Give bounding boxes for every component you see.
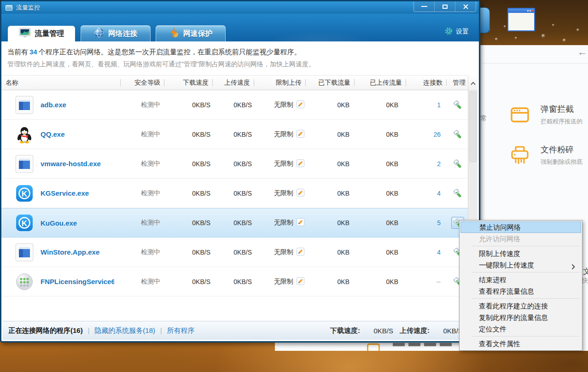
program-count: 34 [28,48,39,56]
close-button[interactable] [455,1,476,12]
menu-item[interactable]: 禁止访问网络 [460,221,581,233]
submenu-arrow-icon [571,262,575,273]
menu-item[interactable]: 限制上传速度 [460,248,581,259]
manage-wrench-icon[interactable] [452,129,464,140]
program-name[interactable]: FNPLicensingService64.... [41,278,114,285]
clipped-text: 文 [583,266,588,277]
program-icon: K [15,214,34,232]
header-upload-speed: 上传速度 [212,76,254,90]
menu-item[interactable]: 结束进程 [460,274,581,285]
scrollbar-thumb[interactable] [469,92,477,162]
notice-line2: 管理软件的上网速度，看网页、看视频、玩网络游戏前可通过"管理"限制占网速的访问网… [7,58,479,71]
table-row[interactable]: adb.exe 检测中 0KB/S 0KB/S 无限制 0KB 0KB 1 [1,90,469,120]
settings-button[interactable]: 设置 [444,27,469,37]
upload-limit: 无限制 [274,130,293,139]
upload-limit: 无限制 [274,278,293,286]
edit-limit-icon[interactable] [297,248,304,257]
svg-text:K: K [22,189,28,198]
uploaded-total: 0KB [354,160,406,168]
edit-limit-icon[interactable] [297,159,304,169]
tab-label: 网络连接 [108,29,138,39]
program-name[interactable]: vmware-hostd.exe [41,160,101,168]
download-speed: 0KB/S [164,249,212,256]
connection-count[interactable]: 1 [406,101,446,109]
program-name[interactable]: WinStore.App.exe [41,248,99,256]
panel-divider [482,63,588,64]
download-speed: 0KB/S [164,190,212,197]
edit-limit-icon[interactable] [297,277,304,286]
menu-item[interactable]: 定位文件 [460,323,581,335]
table-row[interactable]: WinStore.App.exe 检测中 0KB/S 0KB/S 无限制 0KB… [1,238,469,267]
scroll-up-button[interactable] [468,76,477,91]
uploaded-total: 0KB [354,131,406,138]
menu-item[interactable]: 查看文件属性 [460,338,581,349]
back-arrow-icon[interactable]: ← [577,46,588,58]
program-name[interactable]: KGService.exe [41,189,89,197]
edit-limit-icon[interactable] [297,218,304,227]
minimize-button[interactable] [414,1,434,12]
tab-speed-protection[interactable]: 网速保护 [156,25,226,41]
edit-limit-icon[interactable] [297,189,304,198]
connection-count[interactable]: -- [406,278,446,285]
feature-popup-blocker[interactable]: 弹窗拦截 拦截程序推送的 [509,104,582,126]
program-name[interactable]: adb.exe [41,101,66,109]
edit-limit-icon[interactable] [297,100,304,110]
downloaded-total: 0KB [305,131,354,138]
tab-bar: 流量管理 网络连接 网速保护 [1,14,479,41]
program-icon [15,155,34,173]
downloaded-total: 0KB [305,249,354,256]
table-row[interactable]: vmware-hostd.exe 检测中 0KB/S 0KB/S 无限制 0KB… [1,149,469,179]
feature-desc: 拦截程序推送的 [541,117,582,126]
security-level: 检测中 [120,248,164,256]
footer-tab-connecting[interactable]: 正在连接网络的程序(16) [8,326,83,335]
tab-network-connections[interactable]: 网络连接 [81,25,151,41]
footer-bar: 正在连接网络的程序(16) | 隐藏的系统服务(18) | 所有程序 下载速度:… [3,321,477,340]
connection-count[interactable]: 26 [406,131,446,138]
menu-item[interactable]: 查看此程序建立的连接 [460,300,581,312]
manage-wrench-icon[interactable] [452,188,464,199]
program-name[interactable]: QQ.exe [41,130,65,138]
manage-wrench-icon[interactable] [452,158,464,169]
security-level: 检测中 [120,189,164,198]
settings-label: 设置 [456,28,469,36]
upload-limit: 无限制 [274,101,293,109]
titlebar[interactable]: 流量监控 [1,1,479,14]
menu-item[interactable]: 查看程序流量信息 [460,285,581,297]
footer-tab-hidden-services[interactable]: 隐藏的系统服务(18) [94,326,155,335]
uploaded-total: 0KB [354,101,406,109]
clipped-orange-icon [367,343,380,351]
table-row[interactable]: FNPLicensingService64.... 检测中 0KB/S 0KB/… [1,267,469,296]
menu-item[interactable]: 复制此程序的流量信息 [460,312,581,323]
program-name[interactable]: KuGou.exe [41,219,77,227]
connection-count[interactable]: 4 [406,190,446,197]
connection-count[interactable]: 5 [406,219,446,227]
menu-item[interactable]: 一键限制上传速度 [460,259,581,271]
upload-speed-value: 0KB/S [430,327,463,335]
download-speed-value: 0KB/S [360,327,393,335]
tab-traffic-management[interactable]: 流量管理 [8,26,75,41]
mini-window-titlebar [508,9,534,13]
popup-blocker-icon [509,104,530,125]
table-row[interactable]: QQ.exe 检测中 0KB/S 0KB/S 无限制 0KB 0KB 26 [1,120,469,149]
feature-file-shredder[interactable]: 文件粉碎 强制删除或彻底 [509,145,582,166]
footer-tab-all-programs[interactable]: 所有程序 [167,326,195,335]
gear-icon [444,27,453,37]
menu-separator [472,246,580,246]
download-speed: 0KB/S [164,131,212,138]
app-icon [6,5,12,11]
manage-wrench-icon[interactable] [452,99,464,110]
maximize-button[interactable] [434,1,455,12]
header-manage: 管理 [446,76,469,90]
context-menu: 禁止访问网络允许访问网络限制上传速度一键限制上传速度结束进程查看程序流量信息查看… [459,220,582,351]
table-row[interactable]: K KuGou.exe 检测中 0KB/S 0KB/S 无限制 0KB 0KB … [1,208,469,238]
table-row[interactable]: K KGService.exe 检测中 0KB/S 0KB/S 无限制 0KB … [1,179,469,208]
uploaded-total: 0KB [354,249,406,256]
clipped-text: 快 [582,277,588,285]
floating-tool-icon [480,7,490,33]
edit-limit-icon[interactable] [297,130,304,139]
window-controls [413,1,476,12]
connection-count[interactable]: 2 [406,160,446,168]
connection-count[interactable]: 4 [406,249,446,256]
menu-item[interactable]: 允许访问网络 [460,233,581,244]
header-name: 名称 [1,76,120,90]
